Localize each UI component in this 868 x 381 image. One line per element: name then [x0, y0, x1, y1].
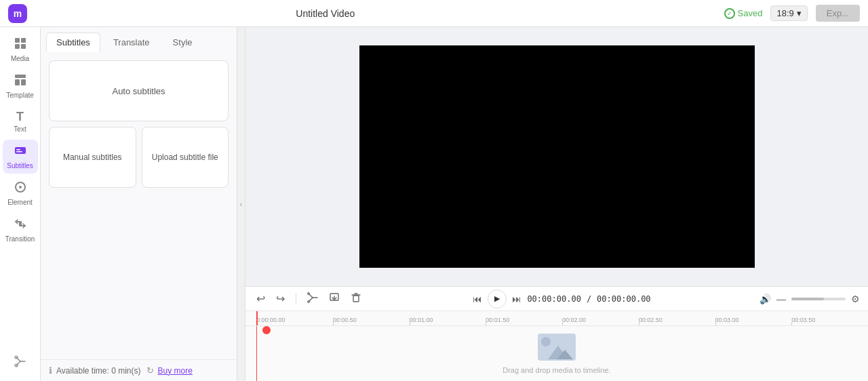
- svg-rect-7: [15, 147, 26, 154]
- video-preview: [359, 45, 755, 268]
- subtitle-options: Manual subtitles Upload subtitle file: [49, 127, 229, 188]
- tab-style[interactable]: Style: [163, 33, 203, 52]
- sidebar-item-template[interactable]: Template: [3, 69, 38, 103]
- sidebar-item-label: Subtitles: [7, 162, 33, 169]
- aspect-ratio-button[interactable]: 18:9 ▾: [770, 5, 807, 21]
- skip-back-button[interactable]: ⏮: [473, 294, 482, 304]
- svg-line-12: [16, 357, 20, 361]
- svg-point-28: [541, 337, 551, 346]
- current-time: 00:00:00.00: [527, 294, 580, 304]
- svg-rect-9: [16, 151, 22, 153]
- chevron-down-icon: ▾: [797, 8, 802, 18]
- manual-subtitles-card[interactable]: Manual subtitles: [49, 127, 136, 188]
- ruler-mark-1: 00:00.50: [333, 317, 410, 325]
- undo-button[interactable]: ↩: [254, 291, 268, 306]
- total-time: 00:00:00.00: [597, 294, 650, 304]
- cut-button[interactable]: [304, 291, 321, 307]
- element-icon: [14, 180, 27, 197]
- time-separator: /: [587, 294, 591, 304]
- timeline-toolbar: ↩ ↪: [245, 287, 868, 311]
- auto-subtitles-label: Auto subtitles: [112, 86, 165, 96]
- available-time-text: Available time: 0 min(s): [56, 366, 141, 376]
- left-sidebar: Media Template T Text: [0, 27, 41, 381]
- svg-rect-8: [16, 149, 20, 151]
- ruler-mark-6: 00:03.00: [715, 317, 792, 325]
- timeline-ruler: 0:00:00.00 00:00.50 00:01.00 00:01.50 00…: [245, 311, 868, 326]
- playback-controls: ⏮ ▶ ⏭ 00:00:00.00 / 00:00:00.00: [370, 289, 754, 308]
- panel-content: Auto subtitles Manual subtitles Upload s…: [41, 52, 237, 359]
- chevron-left-icon: ‹: [240, 201, 242, 208]
- template-icon: [14, 73, 27, 90]
- timeline-placeholder: Drag and drop media to timeline.: [502, 334, 611, 374]
- sidebar-item-media[interactable]: Media: [3, 33, 38, 66]
- timeline-playhead-line: [256, 326, 257, 381]
- export-button[interactable]: Exp...: [816, 5, 860, 22]
- refresh-icon[interactable]: ↻: [146, 365, 154, 376]
- panel-tabs: Subtitles Translate Style: [41, 27, 237, 52]
- top-bar: m Untitled Video ✓ Saved 18:9 ▾ Exp...: [0, 0, 868, 27]
- timeline-playhead: [256, 311, 258, 325]
- volume-icon[interactable]: 🔊: [760, 294, 771, 304]
- saved-check-icon: ✓: [724, 8, 735, 19]
- ruler-mark-2: 00:01.00: [410, 317, 486, 325]
- content-row: [245, 27, 868, 286]
- zoom-out-icon[interactable]: —: [776, 294, 786, 304]
- drag-drop-text: Drag and drop media to timeline.: [502, 366, 611, 374]
- main-layout: Media Template T Text: [0, 27, 868, 381]
- sidebar-item-element[interactable]: Element: [3, 176, 38, 210]
- aspect-ratio-label: 18:9: [776, 8, 793, 18]
- scissors-icon[interactable]: [9, 350, 31, 376]
- ruler-mark-3: 00:01.50: [486, 317, 562, 325]
- ruler-mark-4: 00:02.00: [562, 317, 639, 325]
- sidebar-item-label: Text: [14, 125, 26, 133]
- app-logo: m: [8, 4, 27, 23]
- panel-collapse-handle[interactable]: ‹: [237, 27, 245, 381]
- playhead-dot: [262, 326, 271, 334]
- zoom-slider-fill: [791, 298, 824, 300]
- sidebar-item-label: Media: [11, 55, 29, 62]
- ruler-mark-5: 00:02.50: [639, 317, 715, 325]
- right-wrap: ↩ ↪: [245, 27, 868, 381]
- sidebar-item-label: Template: [6, 92, 34, 99]
- tab-translate[interactable]: Translate: [103, 33, 160, 52]
- timeline-thumbnail: [538, 334, 576, 361]
- delete-button[interactable]: [348, 291, 364, 307]
- svg-rect-6: [21, 79, 26, 85]
- redo-button[interactable]: ↪: [273, 291, 288, 306]
- svg-rect-4: [15, 75, 26, 78]
- text-icon: T: [16, 110, 24, 124]
- ruler-mark-7: 00:03.50: [791, 317, 868, 325]
- play-button[interactable]: ▶: [488, 289, 507, 308]
- subtitles-panel: Subtitles Translate Style Auto subtitles…: [41, 27, 237, 381]
- sidebar-item-label: Transition: [5, 235, 35, 243]
- ruler-marks: 0:00:00.00 00:00.50 00:01.00 00:01.50 00…: [245, 317, 868, 325]
- play-icon: ▶: [494, 294, 500, 303]
- upload-subtitle-card[interactable]: Upload subtitle file: [142, 127, 229, 188]
- transition-icon: [14, 217, 27, 234]
- saved-badge: ✓ Saved: [724, 8, 763, 19]
- svg-rect-2: [15, 44, 20, 49]
- info-icon: ℹ: [49, 365, 52, 376]
- sidebar-item-label: Element: [7, 199, 33, 206]
- timeline-right-controls: 🔊 — ⚙: [760, 294, 860, 304]
- svg-rect-3: [21, 44, 26, 49]
- svg-point-11: [19, 186, 22, 188]
- auto-subtitles-card[interactable]: Auto subtitles: [49, 60, 229, 121]
- svg-rect-24: [353, 296, 359, 302]
- timeline-tracks[interactable]: Drag and drop media to timeline.: [245, 326, 868, 381]
- import-button[interactable]: [326, 291, 342, 307]
- sidebar-item-transition[interactable]: Transition: [3, 213, 38, 247]
- tab-subtitles[interactable]: Subtitles: [46, 33, 100, 52]
- buy-more-link[interactable]: Buy more: [158, 366, 193, 376]
- sidebar-item-subtitles[interactable]: Subtitles: [3, 140, 38, 174]
- skip-forward-button[interactable]: ⏭: [512, 294, 521, 304]
- svg-line-13: [16, 361, 20, 365]
- settings-icon[interactable]: ⚙: [851, 294, 860, 304]
- preview-area: [245, 27, 868, 286]
- svg-rect-0: [15, 38, 20, 43]
- sidebar-item-text[interactable]: T Text: [3, 106, 38, 137]
- video-title: Untitled Video: [35, 8, 616, 19]
- panel-footer: ℹ Available time: 0 min(s) ↻ Buy more: [41, 359, 237, 381]
- svg-rect-5: [15, 79, 20, 85]
- zoom-slider[interactable]: [791, 298, 846, 300]
